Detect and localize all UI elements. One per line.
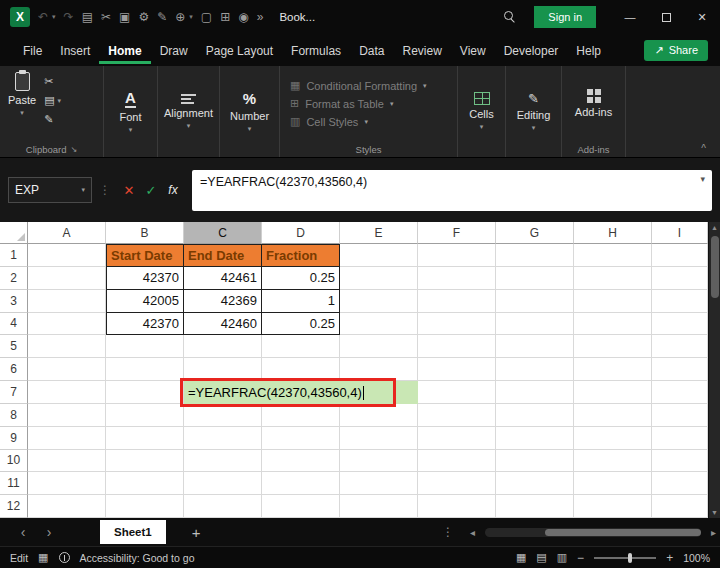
cell-H7[interactable] <box>574 381 652 404</box>
cell-H8[interactable] <box>574 404 652 427</box>
search-icon[interactable] <box>504 11 516 23</box>
cell-D6[interactable] <box>262 358 340 381</box>
cell-F7[interactable] <box>418 381 496 404</box>
cell-A6[interactable] <box>28 358 106 381</box>
macro-record-icon[interactable]: ▦ <box>38 551 48 564</box>
cell-I11[interactable] <box>652 472 708 495</box>
cell-B9[interactable] <box>106 427 184 450</box>
cell-G3[interactable] <box>496 290 574 313</box>
cell-B1[interactable]: Start Date <box>106 244 184 267</box>
row-header-3[interactable]: 3 <box>0 290 28 313</box>
cell-E10[interactable] <box>340 450 418 473</box>
cell-E8[interactable] <box>340 404 418 427</box>
number-group-button[interactable]: % Number ▾ <box>220 66 280 157</box>
row-header-1[interactable]: 1 <box>0 244 28 267</box>
cell-E5[interactable] <box>340 335 418 358</box>
undo-chevron-icon[interactable]: ▾ <box>52 13 56 21</box>
cell-A2[interactable] <box>28 267 106 290</box>
cell-A7[interactable] <box>28 381 106 404</box>
cut-button[interactable]: ✂ <box>44 75 61 88</box>
cell-styles-button[interactable]: ▥ Cell Styles ▾ <box>290 115 457 128</box>
sheet-nav-left-icon[interactable]: ‹ <box>12 524 34 540</box>
vertical-scrollbar[interactable]: ▲ ▼ <box>708 222 720 518</box>
language-chevron-icon[interactable]: ▾ <box>189 13 193 21</box>
zoom-out-icon[interactable]: − <box>577 551 584 565</box>
column-header-B[interactable]: B <box>106 222 184 244</box>
cell-F6[interactable] <box>418 358 496 381</box>
cell-B6[interactable] <box>106 358 184 381</box>
cell-H2[interactable] <box>574 267 652 290</box>
tab-developer[interactable]: Developer <box>495 36 568 64</box>
cell-G11[interactable] <box>496 472 574 495</box>
cancel-icon[interactable]: ✕ <box>118 183 140 198</box>
cell-A8[interactable] <box>28 404 106 427</box>
cell-A12[interactable] <box>28 495 106 518</box>
cell-C2[interactable]: 42461 <box>184 267 262 290</box>
cell-G5[interactable] <box>496 335 574 358</box>
column-header-C[interactable]: C <box>184 222 262 244</box>
cell-B10[interactable] <box>106 450 184 473</box>
tab-file[interactable]: File <box>14 36 51 64</box>
share-button[interactable]: ↗ Share <box>644 40 708 61</box>
select-all-corner[interactable] <box>0 222 28 244</box>
tab-home[interactable]: Home <box>99 36 150 64</box>
cell-I12[interactable] <box>652 495 708 518</box>
enter-icon[interactable]: ✓ <box>140 183 162 198</box>
table-icon[interactable]: ⊞ <box>220 10 230 24</box>
tab-insert[interactable]: Insert <box>51 36 99 64</box>
cell-H11[interactable] <box>574 472 652 495</box>
scroll-up-icon[interactable]: ▲ <box>709 224 720 231</box>
sheet-nav-right-icon[interactable]: › <box>38 524 60 540</box>
cell-B7[interactable] <box>106 381 184 404</box>
tab-page-layout[interactable]: Page Layout <box>197 36 282 64</box>
zoom-slider[interactable] <box>594 557 656 559</box>
tab-review[interactable]: Review <box>393 36 450 64</box>
cell-D2[interactable]: 0.25 <box>262 267 340 290</box>
draw-icon[interactable]: ✎ <box>157 10 167 24</box>
row-header-8[interactable]: 8 <box>0 404 28 427</box>
row-header-4[interactable]: 4 <box>0 313 28 336</box>
zoom-slider-knob[interactable] <box>628 553 632 563</box>
scroll-down-icon[interactable]: ▼ <box>709 509 720 516</box>
normal-view-icon[interactable]: ▦ <box>516 551 526 564</box>
camera-icon[interactable]: ◉ <box>238 10 248 24</box>
tab-data[interactable]: Data <box>350 36 393 64</box>
sign-in-button[interactable]: Sign in <box>534 6 596 28</box>
cell-E3[interactable] <box>340 290 418 313</box>
cell-D9[interactable] <box>262 427 340 450</box>
cell-D12[interactable] <box>262 495 340 518</box>
cell-F1[interactable] <box>418 244 496 267</box>
cell-D4[interactable]: 0.25 <box>262 313 340 336</box>
cell-E4[interactable] <box>340 313 418 336</box>
cut-icon[interactable]: ✂ <box>101 10 111 24</box>
cell-G2[interactable] <box>496 267 574 290</box>
format-painter-button[interactable]: ✎ <box>44 113 61 126</box>
cell-H5[interactable] <box>574 335 652 358</box>
cell-C4[interactable]: 42460 <box>184 313 262 336</box>
cell-H10[interactable] <box>574 450 652 473</box>
cell-G7[interactable] <box>496 381 574 404</box>
sheet-tab-sheet1[interactable]: Sheet1 <box>100 520 166 544</box>
cell-E9[interactable] <box>340 427 418 450</box>
cell-C10[interactable] <box>184 450 262 473</box>
cell-C1[interactable]: End Date <box>184 244 262 267</box>
copy-icon[interactable]: ▤ <box>82 10 93 24</box>
cell-F11[interactable] <box>418 472 496 495</box>
column-header-D[interactable]: D <box>262 222 340 244</box>
cell-E6[interactable] <box>340 358 418 381</box>
cell-D10[interactable] <box>262 450 340 473</box>
cell-H9[interactable] <box>574 427 652 450</box>
cell-H1[interactable] <box>574 244 652 267</box>
cell-A10[interactable] <box>28 450 106 473</box>
horizontal-scrollbar[interactable] <box>485 528 701 537</box>
cell-I5[interactable] <box>652 335 708 358</box>
cell-A1[interactable] <box>28 244 106 267</box>
cell-D8[interactable] <box>262 404 340 427</box>
format-as-table-button[interactable]: ⊞ Format as Table ▾ <box>290 97 457 110</box>
font-group-button[interactable]: A Font ▾ <box>104 66 158 157</box>
cell-G8[interactable] <box>496 404 574 427</box>
cell-A5[interactable] <box>28 335 106 358</box>
cell-E1[interactable] <box>340 244 418 267</box>
redo-icon[interactable]: ↷ <box>64 10 74 24</box>
cell-C12[interactable] <box>184 495 262 518</box>
